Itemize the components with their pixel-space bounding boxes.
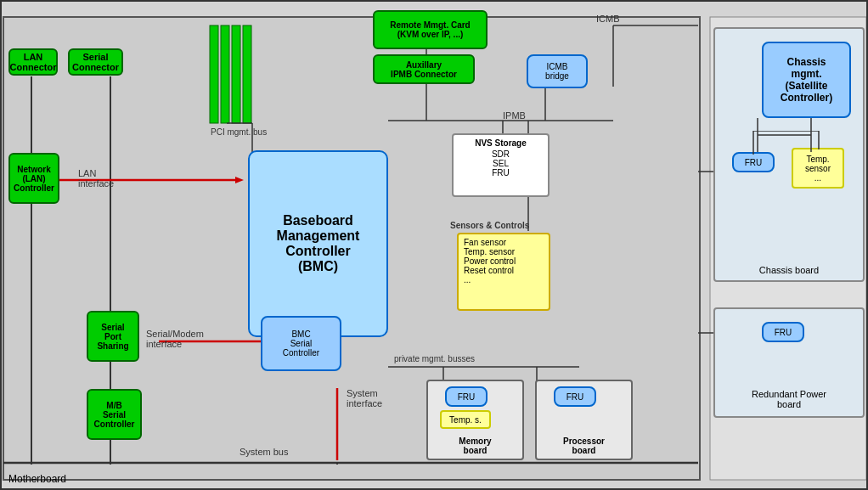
temp-sensor-label: Temp. sensor	[464, 247, 544, 256]
processor-board-label: Processorboard	[537, 436, 631, 455]
svg-rect-10	[210, 25, 218, 123]
memory-board-container: FRU Temp. s. Memoryboard	[426, 380, 524, 460]
temp-s-memory-box: Temp. s.	[440, 410, 491, 429]
system-bus-label: System bus	[240, 447, 288, 457]
reset-control-label: Reset control	[464, 266, 544, 275]
lan-connector-box: LANConnector	[8, 48, 58, 76]
svg-marker-5	[235, 177, 244, 183]
chassis-board-container: Chassismgmt.(SatelliteController) FRU Te…	[713, 27, 865, 282]
sensors-ellipsis: ...	[464, 275, 544, 284]
diagram-container: LANConnector SerialConnector Network(LAN…	[0, 0, 868, 490]
fru-processor-box: FRU	[554, 386, 596, 407]
serial-connector-box: SerialConnector	[68, 48, 123, 76]
private-mgmt-label: private mgmt. busses	[394, 354, 475, 363]
lan-interface-label: LANinterface	[78, 168, 114, 189]
sensors-controls-label: Sensors & Controls	[450, 221, 529, 230]
serial-port-sharing-box: SerialPortSharing	[87, 311, 139, 362]
svg-rect-11	[221, 25, 229, 123]
mb-serial-controller-box: M/BSerialController	[87, 389, 142, 440]
serial-modem-label: Serial/Modeminterface	[146, 329, 204, 349]
redundant-power-label: Redundant Powerboard	[715, 389, 863, 409]
chassis-mgmt-box: Chassismgmt.(SatelliteController)	[762, 42, 851, 118]
icmb-bridge-box: ICMBbridge	[527, 54, 588, 88]
ipmb-label: IPMB	[503, 110, 526, 121]
fru-memory-box: FRU	[445, 386, 488, 407]
processor-board-container: FRU Processorboard	[535, 380, 633, 460]
auxillary-ipmb-box: AuxillaryIPMB Connector	[373, 54, 475, 84]
fru-power-box: FRU	[762, 322, 804, 342]
pci-bus-label: PCI mgmt. bus	[211, 127, 267, 137]
icmb-label: ICMB	[596, 14, 620, 24]
bmc-main-box: BaseboardManagementController(BMC)	[248, 150, 388, 337]
memory-board-label: Memoryboard	[428, 436, 522, 455]
power-control-label: Power control	[464, 256, 544, 266]
motherboard-label: Motherboard	[8, 473, 66, 485]
fan-sensor-label: Fan sensor	[464, 238, 544, 247]
svg-rect-12	[232, 25, 240, 123]
bmc-serial-controller-box: BMCSerialController	[261, 316, 341, 371]
sensors-box: Fan sensor Temp. sensor Power control Re…	[457, 233, 550, 311]
nvs-storage-box: NVS Storage SDR SEL FRU	[452, 133, 550, 197]
remote-mmt-card-box: Remote Mmgt. Card(KVM over IP, ...)	[373, 10, 488, 49]
chassis-board-label: Chassis board	[715, 265, 863, 275]
network-controller-box: Network(LAN)Controller	[8, 153, 59, 204]
system-interface-label: Systeminterface	[347, 388, 382, 408]
svg-rect-13	[243, 25, 251, 123]
redundant-power-container: FRU Redundant Powerboard	[713, 307, 865, 418]
